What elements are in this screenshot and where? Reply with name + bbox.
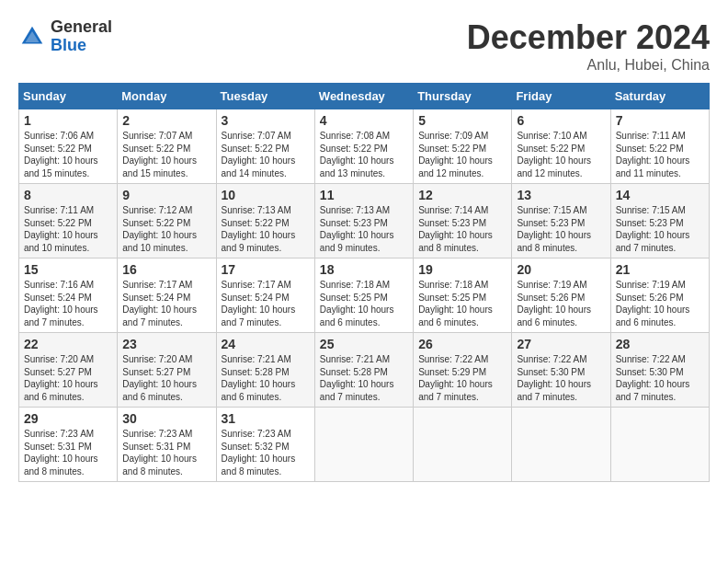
cell-text: Sunrise: 7:10 AMSunset: 5:22 PMDaylight:… (517, 131, 591, 178)
cell-text: Sunrise: 7:18 AMSunset: 5:25 PMDaylight:… (320, 280, 394, 327)
day-number: 26 (418, 337, 506, 351)
day-number: 24 (222, 337, 310, 351)
calendar-cell: 25Sunrise: 7:21 AMSunset: 5:28 PMDayligh… (314, 333, 413, 408)
calendar-cell: 27Sunrise: 7:22 AMSunset: 5:30 PMDayligh… (512, 333, 610, 408)
calendar-cell: 21Sunrise: 7:19 AMSunset: 5:26 PMDayligh… (610, 259, 709, 333)
logo-text: General Blue (51, 18, 112, 55)
day-number: 30 (122, 411, 210, 426)
weekday-header: Thursday (414, 84, 512, 109)
weekday-header: Wednesday (314, 84, 413, 109)
calendar-cell (414, 408, 512, 482)
calendar-cell: 30Sunrise: 7:23 AMSunset: 5:31 PMDayligh… (118, 408, 216, 482)
day-number: 6 (517, 113, 605, 128)
day-number: 1 (24, 113, 112, 128)
logo-general: General (51, 18, 112, 37)
cell-text: Sunrise: 7:22 AMSunset: 5:30 PMDaylight:… (517, 354, 591, 402)
calendar-body: 1Sunrise: 7:06 AMSunset: 5:22 PMDaylight… (19, 109, 710, 482)
cell-text: Sunrise: 7:13 AMSunset: 5:22 PMDaylight:… (222, 205, 296, 253)
cell-text: Sunrise: 7:07 AMSunset: 5:22 PMDaylight:… (122, 131, 197, 178)
location-title: Anlu, Hubei, China (467, 57, 710, 74)
cell-text: Sunrise: 7:06 AMSunset: 5:22 PMDaylight:… (24, 131, 98, 178)
title-area: December 2024 Anlu, Hubei, China (467, 18, 710, 74)
calendar-cell: 15Sunrise: 7:16 AMSunset: 5:24 PMDayligh… (19, 259, 118, 333)
day-number: 16 (122, 262, 210, 277)
calendar-table: SundayMondayTuesdayWednesdayThursdayFrid… (18, 83, 710, 482)
calendar-cell: 10Sunrise: 7:13 AMSunset: 5:22 PMDayligh… (216, 184, 314, 259)
calendar-week-row: 29Sunrise: 7:23 AMSunset: 5:31 PMDayligh… (19, 408, 710, 482)
cell-text: Sunrise: 7:20 AMSunset: 5:27 PMDaylight:… (24, 354, 98, 402)
logo-icon (18, 23, 46, 51)
month-title: December 2024 (467, 18, 710, 57)
cell-text: Sunrise: 7:22 AMSunset: 5:30 PMDaylight:… (616, 354, 690, 402)
calendar-cell: 2Sunrise: 7:07 AMSunset: 5:22 PMDaylight… (118, 109, 216, 184)
day-number: 10 (222, 188, 310, 202)
calendar-cell: 31Sunrise: 7:23 AMSunset: 5:32 PMDayligh… (216, 408, 314, 482)
calendar-cell: 29Sunrise: 7:23 AMSunset: 5:31 PMDayligh… (19, 408, 118, 482)
day-number: 31 (222, 411, 310, 426)
calendar-week-row: 8Sunrise: 7:11 AMSunset: 5:22 PMDaylight… (19, 184, 710, 259)
cell-text: Sunrise: 7:14 AMSunset: 5:23 PMDaylight:… (418, 205, 493, 253)
day-number: 15 (24, 262, 112, 277)
calendar-cell (610, 408, 709, 482)
calendar-week-row: 15Sunrise: 7:16 AMSunset: 5:24 PMDayligh… (19, 259, 710, 333)
logo: General Blue (18, 18, 112, 55)
day-number: 12 (418, 188, 506, 202)
day-number: 5 (418, 113, 506, 128)
calendar-cell: 5Sunrise: 7:09 AMSunset: 5:22 PMDaylight… (414, 109, 512, 184)
calendar-cell: 19Sunrise: 7:18 AMSunset: 5:25 PMDayligh… (414, 259, 512, 333)
calendar-cell: 20Sunrise: 7:19 AMSunset: 5:26 PMDayligh… (512, 259, 610, 333)
day-number: 29 (24, 411, 112, 426)
cell-text: Sunrise: 7:09 AMSunset: 5:22 PMDaylight:… (418, 131, 493, 178)
calendar-cell: 18Sunrise: 7:18 AMSunset: 5:25 PMDayligh… (314, 259, 413, 333)
day-number: 19 (418, 262, 506, 277)
day-number: 14 (616, 188, 704, 202)
day-number: 27 (517, 337, 605, 351)
day-number: 17 (222, 262, 310, 277)
calendar-cell: 23Sunrise: 7:20 AMSunset: 5:27 PMDayligh… (118, 333, 216, 408)
cell-text: Sunrise: 7:23 AMSunset: 5:31 PMDaylight:… (24, 429, 98, 477)
cell-text: Sunrise: 7:22 AMSunset: 5:29 PMDaylight:… (418, 354, 493, 402)
cell-text: Sunrise: 7:16 AMSunset: 5:24 PMDaylight:… (24, 280, 98, 327)
cell-text: Sunrise: 7:20 AMSunset: 5:27 PMDaylight:… (122, 354, 197, 402)
cell-text: Sunrise: 7:12 AMSunset: 5:22 PMDaylight:… (122, 205, 197, 253)
calendar-cell (314, 408, 413, 482)
calendar-cell: 11Sunrise: 7:13 AMSunset: 5:23 PMDayligh… (314, 184, 413, 259)
cell-text: Sunrise: 7:11 AMSunset: 5:22 PMDaylight:… (616, 131, 690, 178)
cell-text: Sunrise: 7:15 AMSunset: 5:23 PMDaylight:… (517, 205, 591, 253)
weekday-header: Tuesday (216, 84, 314, 109)
day-number: 25 (320, 337, 408, 351)
cell-text: Sunrise: 7:21 AMSunset: 5:28 PMDaylight:… (320, 354, 394, 402)
day-number: 7 (616, 113, 704, 128)
day-number: 2 (122, 113, 210, 128)
logo-blue: Blue (51, 37, 112, 55)
day-number: 9 (122, 188, 210, 202)
day-number: 28 (616, 337, 704, 351)
day-number: 3 (222, 113, 310, 128)
cell-text: Sunrise: 7:08 AMSunset: 5:22 PMDaylight:… (320, 131, 394, 178)
calendar-cell: 14Sunrise: 7:15 AMSunset: 5:23 PMDayligh… (610, 184, 709, 259)
cell-text: Sunrise: 7:18 AMSunset: 5:25 PMDaylight:… (418, 280, 493, 327)
cell-text: Sunrise: 7:17 AMSunset: 5:24 PMDaylight:… (122, 280, 197, 327)
day-number: 13 (517, 188, 605, 202)
cell-text: Sunrise: 7:15 AMSunset: 5:23 PMDaylight:… (616, 205, 690, 253)
day-number: 11 (320, 188, 408, 202)
cell-text: Sunrise: 7:13 AMSunset: 5:23 PMDaylight:… (320, 205, 394, 253)
calendar-cell: 8Sunrise: 7:11 AMSunset: 5:22 PMDaylight… (19, 184, 118, 259)
calendar-cell: 24Sunrise: 7:21 AMSunset: 5:28 PMDayligh… (216, 333, 314, 408)
calendar-cell: 17Sunrise: 7:17 AMSunset: 5:24 PMDayligh… (216, 259, 314, 333)
day-number: 8 (24, 188, 112, 202)
calendar-cell: 6Sunrise: 7:10 AMSunset: 5:22 PMDaylight… (512, 109, 610, 184)
calendar-week-row: 22Sunrise: 7:20 AMSunset: 5:27 PMDayligh… (19, 333, 710, 408)
calendar-cell: 12Sunrise: 7:14 AMSunset: 5:23 PMDayligh… (414, 184, 512, 259)
day-number: 20 (517, 262, 605, 277)
header: General Blue December 2024 Anlu, Hubei, … (18, 18, 710, 74)
calendar-cell: 3Sunrise: 7:07 AMSunset: 5:22 PMDaylight… (216, 109, 314, 184)
cell-text: Sunrise: 7:21 AMSunset: 5:28 PMDaylight:… (222, 354, 296, 402)
cell-text: Sunrise: 7:11 AMSunset: 5:22 PMDaylight:… (24, 205, 98, 253)
calendar-cell: 4Sunrise: 7:08 AMSunset: 5:22 PMDaylight… (314, 109, 413, 184)
day-number: 21 (616, 262, 704, 277)
cell-text: Sunrise: 7:07 AMSunset: 5:22 PMDaylight:… (222, 131, 296, 178)
day-number: 23 (122, 337, 210, 351)
weekday-header: Saturday (610, 84, 709, 109)
day-number: 4 (320, 113, 408, 128)
